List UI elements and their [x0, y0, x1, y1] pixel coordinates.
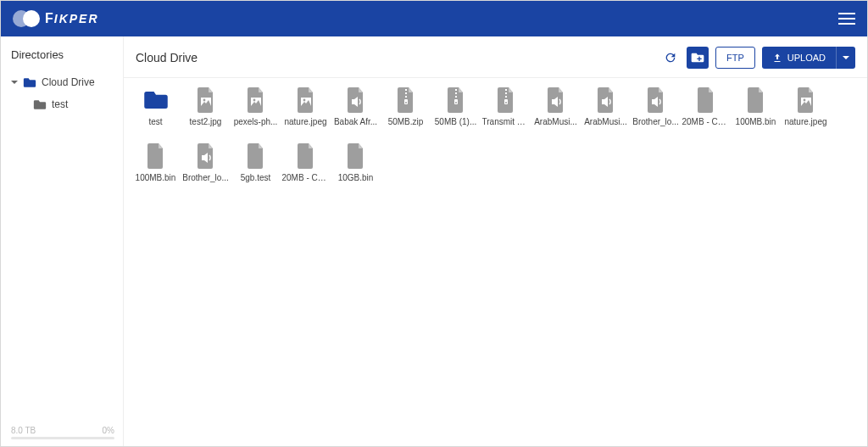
zip-file-icon — [392, 87, 420, 114]
toolbar-actions: FTP UPLOAD — [661, 47, 855, 69]
audio-file-icon — [192, 142, 220, 170]
svg-point-17 — [455, 102, 457, 103]
chevron-down-icon[interactable] — [11, 81, 18, 84]
file-item-label: nature.jpeg — [282, 117, 330, 126]
file-item[interactable]: 5gb.test — [231, 142, 281, 195]
tree-root-cloud-drive[interactable]: Cloud Drive — [11, 73, 114, 92]
zip-file-icon — [442, 87, 470, 114]
app-window: FIKPER Directories Cloud Drive — [0, 0, 868, 447]
new-folder-button[interactable] — [687, 47, 709, 69]
file-file-icon — [142, 142, 170, 170]
file-file-icon — [292, 142, 320, 170]
file-item-label: 100MB.bin — [732, 117, 780, 126]
svg-point-3 — [203, 99, 205, 102]
file-item[interactable]: test2.jpg — [181, 87, 231, 139]
svg-rect-19 — [505, 92, 507, 94]
brand-logo-icon — [13, 9, 42, 28]
file-item-label: 100MB.bin — [132, 173, 180, 182]
svg-rect-1 — [697, 59, 701, 59]
file-item[interactable]: Transmit S... — [481, 87, 531, 139]
file-item[interactable]: nature.jpeg — [281, 87, 331, 139]
file-item[interactable]: 100MB.bin — [131, 142, 181, 195]
file-item-label: nature.jpeg — [782, 117, 830, 126]
svg-point-22 — [505, 102, 507, 103]
file-item[interactable]: 50MB.zip — [381, 87, 431, 139]
image-file-icon — [242, 87, 270, 114]
folder-item[interactable]: test — [131, 87, 181, 139]
file-item-label: Brother_lo... — [182, 173, 230, 182]
audio-file-icon — [542, 87, 570, 114]
ftp-button-label: FTP — [726, 53, 744, 63]
svg-rect-14 — [455, 92, 457, 94]
brand-first-letter: F — [45, 11, 54, 25]
tree-item-test[interactable]: test — [11, 95, 114, 114]
tree-item-label: test — [52, 98, 68, 110]
file-item-label: 20MB - Co... — [682, 117, 730, 126]
file-item-label: Brother_lo... — [632, 117, 680, 126]
file-grid: testtest2.jpgpexels-ph...nature.jpegBaba… — [131, 87, 860, 198]
file-file-icon — [743, 87, 770, 114]
directory-tree: Cloud Drive test — [11, 73, 114, 421]
file-item-label: 10GB.bin — [332, 173, 380, 182]
upload-button-group: UPLOAD — [762, 47, 855, 69]
image-file-icon — [192, 87, 220, 114]
file-item-label: Babak Afr... — [332, 117, 380, 126]
folder-icon — [33, 99, 47, 110]
refresh-button[interactable] — [661, 47, 680, 69]
sidebar: Directories Cloud Drive test — [1, 36, 124, 446]
file-item[interactable]: Brother_lo... — [631, 87, 681, 139]
brand-rest: IKPER — [54, 12, 99, 25]
file-item[interactable]: 10GB.bin — [331, 142, 381, 195]
file-item[interactable]: pexels-ph... — [231, 87, 281, 139]
upload-button[interactable]: UPLOAD — [762, 47, 837, 69]
file-item-label: test2.jpg — [182, 117, 230, 126]
audio-file-icon — [593, 87, 620, 114]
file-item-label: 50MB (1)... — [432, 117, 480, 126]
file-item[interactable]: ArabMusi... — [581, 87, 631, 139]
svg-rect-13 — [455, 89, 457, 91]
file-item[interactable]: 100MB.bin — [731, 87, 781, 139]
svg-point-12 — [405, 102, 407, 103]
file-item[interactable]: Babak Afr... — [331, 87, 381, 139]
main-panel: Cloud Drive FTP UPLOAD — [124, 36, 867, 446]
file-item[interactable]: 20MB - Co... — [681, 87, 731, 139]
svg-point-5 — [253, 99, 255, 102]
storage-indicator: 8.0 TB 0% — [11, 421, 114, 439]
image-file-icon — [793, 87, 820, 114]
brand[interactable]: FIKPER — [13, 9, 99, 28]
file-item[interactable]: ArabMusi... — [531, 87, 581, 139]
file-item-label: ArabMusi... — [532, 117, 580, 126]
file-grid-wrapper: testtest2.jpgpexels-ph...nature.jpegBaba… — [124, 78, 867, 446]
top-banner: FIKPER — [1, 1, 867, 36]
audio-file-icon — [342, 87, 370, 114]
svg-rect-9 — [405, 92, 407, 94]
storage-capacity: 8.0 TB — [11, 426, 36, 435]
new-folder-icon — [691, 52, 704, 64]
breadcrumb[interactable]: Cloud Drive — [136, 51, 198, 64]
file-file-icon — [342, 142, 370, 170]
image-file-icon — [292, 87, 320, 114]
file-item[interactable]: 20MB - Co... — [281, 142, 331, 195]
storage-bar — [11, 437, 114, 439]
tree-root-label: Cloud Drive — [42, 76, 95, 88]
file-item-label: 50MB.zip — [382, 117, 430, 126]
svg-rect-8 — [405, 89, 407, 91]
upload-caret-button[interactable] — [837, 47, 855, 69]
file-item[interactable]: Brother_lo... — [181, 142, 231, 195]
file-item[interactable]: 50MB (1)... — [431, 87, 481, 139]
sidebar-title: Directories — [11, 48, 114, 61]
svg-rect-18 — [505, 89, 507, 91]
file-item[interactable]: nature.jpeg — [781, 87, 831, 139]
ftp-button[interactable]: FTP — [715, 47, 755, 69]
menu-icon[interactable] — [838, 13, 855, 25]
storage-used-pct: 0% — [103, 426, 114, 435]
app-body: Directories Cloud Drive test — [1, 36, 867, 446]
toolbar: Cloud Drive FTP UPLOAD — [124, 36, 867, 78]
file-item-label: test — [132, 117, 180, 126]
svg-rect-10 — [405, 96, 407, 98]
zip-file-icon — [492, 87, 520, 114]
refresh-icon — [664, 51, 677, 64]
svg-rect-15 — [455, 96, 457, 98]
folder-icon — [23, 77, 36, 88]
folder-icon — [142, 87, 170, 114]
